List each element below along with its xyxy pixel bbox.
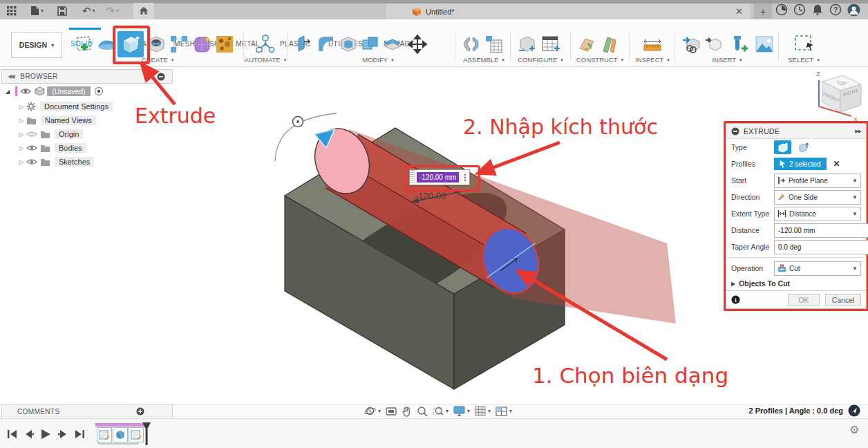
- add-comment-icon[interactable]: [136, 407, 144, 416]
- new-tab-button[interactable]: +: [754, 3, 772, 19]
- dimension-menu-icon[interactable]: •••: [460, 174, 469, 182]
- save-button[interactable]: [55, 3, 69, 19]
- combine-button[interactable]: [359, 32, 381, 57]
- row-label[interactable]: Document Settings: [40, 102, 113, 111]
- shell-button[interactable]: [337, 32, 359, 57]
- direction-dropdown[interactable]: One Side▼: [774, 190, 861, 205]
- info-icon[interactable]: i: [731, 295, 740, 304]
- expand-section-caret-icon[interactable]: ▶: [731, 281, 735, 287]
- rotate-manipulator-arc[interactable]: [275, 113, 337, 161]
- insert-fastener-button[interactable]: [728, 32, 750, 57]
- expand-caret-icon[interactable]: ◢: [6, 88, 10, 95]
- zoom-icon[interactable]: [417, 406, 428, 417]
- modify-group-label[interactable]: MODIFY▾: [362, 56, 393, 64]
- generative-design-button[interactable]: [214, 32, 236, 57]
- dialog-collapse-icon[interactable]: [731, 127, 739, 136]
- file-menu-button[interactable]: ▾: [28, 3, 46, 19]
- create-group-label[interactable]: CREATE▾: [142, 56, 173, 64]
- fillet-button[interactable]: [315, 32, 337, 57]
- activate-component-icon[interactable]: [94, 86, 104, 96]
- box-front-face[interactable]: [285, 196, 454, 389]
- hole-button[interactable]: [145, 32, 167, 57]
- timeline-group-bar[interactable]: [95, 423, 147, 427]
- zoom-window-icon[interactable]: ▾: [433, 406, 449, 417]
- home-tab-button[interactable]: [133, 3, 154, 19]
- display-settings-icon[interactable]: ▾: [453, 406, 470, 416]
- create-form-button[interactable]: [191, 32, 213, 57]
- construct-plane-button[interactable]: [576, 32, 598, 57]
- construct-axis-button[interactable]: [598, 32, 620, 57]
- objects-to-cut-row[interactable]: ▶ Objects To Cut: [726, 277, 866, 290]
- dimension-input-widget[interactable]: -120.00 mm •••: [409, 169, 470, 185]
- ok-button[interactable]: OK: [788, 294, 820, 306]
- collapse-browser-icon[interactable]: ◀◀: [8, 73, 13, 80]
- select-button[interactable]: [791, 32, 819, 57]
- insert-canvas-button[interactable]: [753, 32, 775, 57]
- play-button[interactable]: [41, 429, 51, 440]
- workspace-switcher[interactable]: DESIGN▾: [11, 32, 62, 58]
- start-dropdown[interactable]: Profile Plane▼: [774, 174, 861, 188]
- browser-row-bodies[interactable]: ▷ Bodies: [19, 142, 86, 154]
- timeline-playhead[interactable]: [141, 422, 152, 445]
- joint-button[interactable]: [460, 32, 482, 57]
- move-copy-button[interactable]: [406, 32, 428, 57]
- root-document-label[interactable]: (Unsaved): [47, 86, 90, 96]
- configuration-table-button[interactable]: [540, 32, 562, 57]
- split-body-button[interactable]: [381, 32, 404, 57]
- dialog-dock-icon[interactable]: ▶▶: [855, 129, 861, 134]
- box-top-face[interactable]: [285, 128, 565, 294]
- automate-button[interactable]: [252, 32, 279, 57]
- browser-row-sketches[interactable]: ▷ Sketches: [19, 156, 94, 168]
- document-tab[interactable]: Untitled* ✕: [386, 3, 750, 19]
- dimension-drag-grip[interactable]: [410, 170, 415, 185]
- help-icon[interactable]: ?: [829, 3, 842, 16]
- undo-button[interactable]: ↶▾: [80, 3, 97, 19]
- row-label[interactable]: Bodies: [55, 143, 86, 153]
- viewports-icon[interactable]: ▾: [496, 407, 512, 416]
- row-caret-icon[interactable]: ▷: [19, 159, 26, 165]
- row-label[interactable]: Origin: [55, 129, 83, 139]
- visibility-off-eye-icon[interactable]: [26, 130, 37, 138]
- visibility-eye-icon[interactable]: [26, 158, 37, 166]
- rectangular-pattern-button[interactable]: [168, 32, 190, 57]
- browser-root-row[interactable]: ◢ (Unsaved): [6, 85, 104, 97]
- selected-profile-face[interactable]: [474, 221, 547, 301]
- new-component-button[interactable]: [482, 32, 504, 57]
- type-solid-extrude-button[interactable]: [774, 140, 791, 154]
- app-grid-icon[interactable]: [5, 3, 19, 19]
- revolve-button[interactable]: [96, 32, 118, 57]
- taper-angle-input[interactable]: [774, 240, 868, 254]
- construct-group-label[interactable]: CONSTRUCT▾: [576, 56, 623, 64]
- browser-minimize-icon[interactable]: [157, 73, 165, 81]
- timeline-settings-gear-icon[interactable]: ⚙: [849, 423, 859, 436]
- row-label[interactable]: Named Views: [41, 115, 96, 125]
- row-caret-icon[interactable]: ▷: [19, 118, 26, 124]
- visibility-eye-icon[interactable]: [26, 144, 37, 152]
- extrude-dialog-header[interactable]: EXTRUDE ▶▶: [726, 124, 866, 139]
- notification-bell-icon[interactable]: [811, 3, 824, 16]
- extensions-icon[interactable]: [775, 3, 788, 16]
- look-at-icon[interactable]: [386, 407, 397, 416]
- row-caret-icon[interactable]: ▷: [19, 104, 26, 110]
- timeline-sketch1-feature[interactable]: [97, 427, 112, 442]
- go-to-start-button[interactable]: [7, 429, 17, 439]
- insert-group-label[interactable]: INSERT▾: [712, 56, 742, 64]
- cylinder-body[interactable]: [326, 134, 527, 288]
- configure-button[interactable]: [516, 32, 538, 57]
- pan-icon[interactable]: [402, 406, 412, 417]
- redo-button[interactable]: ↷▾: [104, 3, 122, 19]
- operation-dropdown[interactable]: Cut▼: [774, 261, 861, 276]
- start-profile-face[interactable]: [306, 121, 378, 201]
- insert-derive-button[interactable]: [681, 32, 703, 57]
- configure-group-label[interactable]: CONFIGURE▾: [518, 56, 563, 64]
- row-label[interactable]: Sketches: [55, 157, 94, 167]
- press-pull-button[interactable]: [293, 32, 315, 57]
- extent-type-dropdown[interactable]: Distance▼: [774, 207, 861, 221]
- comments-panel[interactable]: COMMENTS: [1, 404, 173, 419]
- measure-button[interactable]: [641, 32, 663, 57]
- view-cube[interactable]: TOP FRONT RIGHT Z X: [802, 68, 868, 126]
- timeline-extrude-feature[interactable]: [113, 427, 128, 442]
- dimension-input-value[interactable]: -120.00 mm: [417, 172, 459, 183]
- job-status-icon[interactable]: [793, 3, 806, 16]
- rotate-manipulator-handle[interactable]: [293, 117, 303, 127]
